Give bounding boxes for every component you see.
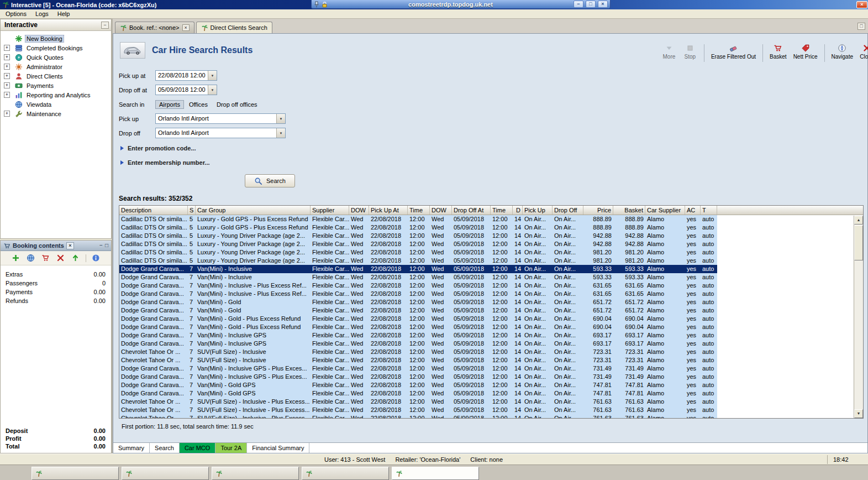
info-button[interactable] xyxy=(91,253,101,263)
column-header-t-17[interactable]: T xyxy=(701,206,717,215)
chevron-down-icon[interactable]: ▼ xyxy=(276,114,285,123)
tab-close-icon[interactable]: × xyxy=(182,24,190,31)
scrollbar-thumb[interactable] xyxy=(854,225,863,260)
nett-price-button[interactable]: Nett Price xyxy=(791,43,820,60)
expand-plus-icon[interactable]: + xyxy=(4,64,10,70)
expand-plus-icon[interactable]: + xyxy=(4,82,10,88)
column-header-time-9[interactable]: Time xyxy=(491,206,513,215)
column-header-basket-14[interactable]: Basket xyxy=(613,206,645,215)
column-header-ac-16[interactable]: AC xyxy=(685,206,701,215)
add-button[interactable] xyxy=(11,253,21,263)
result-row[interactable]: Cadillac DTS Or simila...5Luxury - Young… xyxy=(119,240,717,248)
bottom-tab-financial-summary[interactable]: Financial Summary xyxy=(247,443,309,453)
result-row[interactable]: Chevrolet Tahoe Or ...7SUV(Full Size) - … xyxy=(119,398,717,406)
column-header-time-6[interactable]: Time xyxy=(408,206,430,215)
expand-plus-icon[interactable]: + xyxy=(4,73,10,79)
column-header-description-0[interactable]: Description xyxy=(119,206,188,215)
sidebar-item-reporting-and-analytics[interactable]: +Reporting and Analytics xyxy=(1,90,111,100)
search-in-airports[interactable]: Airports xyxy=(155,100,184,109)
sidebar-item-completed-bookings[interactable]: +Completed Bookings xyxy=(1,43,111,53)
menu-logs[interactable]: Logs xyxy=(31,10,53,18)
result-row[interactable]: Cadillac DTS Or simila...5Luxury - Gold … xyxy=(119,215,717,223)
expand-plus-icon[interactable]: + xyxy=(4,45,10,51)
chevron-down-icon[interactable]: ▼ xyxy=(276,128,285,138)
result-row[interactable]: Cadillac DTS Or simila...5Luxury - Young… xyxy=(119,248,717,257)
result-row[interactable]: Cadillac DTS Or simila...5Luxury - Gold … xyxy=(119,223,717,232)
menu-help[interactable]: Help xyxy=(53,10,75,18)
search-in-offices[interactable]: Offices xyxy=(185,100,212,109)
sidebar-item-direct-clients[interactable]: +Direct Clients xyxy=(1,71,111,81)
sidebar-item-viewdata[interactable]: Viewdata xyxy=(1,100,111,109)
scroll-down-arrow[interactable]: ▼ xyxy=(854,409,863,418)
result-row[interactable]: Dodge Grand Carava...7Van(Mini) - Inclus… xyxy=(119,273,717,281)
sidebar-item-payments[interactable]: +Payments xyxy=(1,81,111,90)
navigate-button[interactable]: Navigate xyxy=(829,43,855,60)
column-header-drop-off-at-8[interactable]: Drop Off At xyxy=(452,206,491,215)
column-header-car-group-2[interactable]: Car Group xyxy=(196,206,311,215)
panel-pin-button[interactable]: − xyxy=(101,22,109,29)
tab-direct-clients-search[interactable]: Direct Clients Search xyxy=(196,22,272,33)
taskbar-button[interactable] xyxy=(212,467,299,480)
taskbar-button[interactable] xyxy=(122,467,209,480)
tabstrip-corner-button[interactable]: □ xyxy=(858,23,865,30)
result-row[interactable]: Dodge Grand Carava...7Van(Mini) - Gold G… xyxy=(119,389,717,398)
column-header-s-1[interactable]: S xyxy=(188,206,196,215)
sidebar-item-maintenance[interactable]: +Maintenance xyxy=(1,109,111,118)
delete-button[interactable] xyxy=(56,253,66,263)
result-row[interactable]: Dodge Grand Carava...7Van(Mini) - Inclus… xyxy=(119,265,717,273)
upload-button[interactable] xyxy=(71,253,81,263)
sidebar-item-quick-quotes[interactable]: +Quick Quotes xyxy=(1,53,111,62)
expand-plus-icon[interactable]: + xyxy=(4,54,10,60)
result-row[interactable]: Dodge Grand Carava...7Van(Mini) - Inclus… xyxy=(119,373,717,381)
result-row[interactable]: Chevrolet Tahoe Or ...7SUV(Full Size) - … xyxy=(119,414,717,418)
result-row[interactable]: Chevrolet Tahoe Or ...7SUV(Full Size) - … xyxy=(119,356,717,364)
bottom-tab-search[interactable]: Search xyxy=(150,443,180,453)
result-row[interactable]: Dodge Grand Carava...7Van(Mini) - Inclus… xyxy=(119,340,717,348)
rdp-minimize-button[interactable]: − xyxy=(574,1,583,8)
result-row[interactable]: Dodge Grand Carava...7Van(Mini) - Inclus… xyxy=(119,281,717,290)
column-header-price-13[interactable]: Price xyxy=(583,206,613,215)
promotion-code-expander[interactable]: Enter promotion code... xyxy=(120,144,867,153)
rdp-close-button[interactable]: × xyxy=(598,1,608,8)
column-header-pick-up-11[interactable]: Pick Up xyxy=(523,206,553,215)
column-header-drop-off-12[interactable]: Drop Off xyxy=(553,206,583,215)
bottom-tab-tour-2a[interactable]: Tour 2A xyxy=(215,443,247,453)
window-close-button[interactable]: × xyxy=(856,1,867,8)
result-row[interactable]: Dodge Grand Carava...7Van(Mini) - Gold -… xyxy=(119,315,717,323)
basket-cart-button[interactable] xyxy=(41,253,51,263)
sidebar-item-administrator[interactable]: +Administrator xyxy=(1,62,111,71)
dropoff-location-select[interactable]: Orlando Intl Airport ▼ xyxy=(155,128,286,138)
result-row[interactable]: Dodge Grand Carava...7Van(Mini) - Gold G… xyxy=(119,381,717,389)
taskbar-button[interactable] xyxy=(392,467,479,480)
close-button[interactable]: Close xyxy=(858,43,868,60)
expand-plus-icon[interactable]: + xyxy=(4,111,10,117)
column-header-pick-up-at-5[interactable]: Pick Up At xyxy=(369,206,408,215)
membership-number-expander[interactable]: Enter membership number... xyxy=(120,158,867,167)
erase-filtered-out-button[interactable]: Erase Filtered Out xyxy=(709,43,758,60)
pickup-location-select[interactable]: Orlando Intl Airport ▼ xyxy=(155,113,286,124)
expand-plus-icon[interactable]: + xyxy=(4,92,10,98)
result-row[interactable]: Dodge Grand Carava...7Van(Mini) - GoldFl… xyxy=(119,298,717,306)
column-header-dow-4[interactable]: DOW xyxy=(349,206,369,215)
column-header-car-supplier-15[interactable]: Car Supplier xyxy=(645,206,685,215)
result-row[interactable]: Chevrolet Tahoe Or ...7SUV(Full Size) - … xyxy=(119,348,717,356)
result-row[interactable]: Dodge Grand Carava...7Van(Mini) - Gold -… xyxy=(119,323,717,331)
chevron-down-icon[interactable]: ▼ xyxy=(208,85,217,95)
globe-button[interactable] xyxy=(26,253,36,263)
result-row[interactable]: Chevrolet Tahoe Or ...7SUV(Full Size) - … xyxy=(119,406,717,414)
pin-icon[interactable] xyxy=(314,1,319,8)
basket-button[interactable]: Basket xyxy=(767,43,789,60)
result-row[interactable]: Cadillac DTS Or simila...5Luxury - Young… xyxy=(119,257,717,265)
dropoff-at-select[interactable]: 05/09/2018 12:00 ▼ xyxy=(155,85,217,95)
panel-float-icon[interactable]: □ xyxy=(105,243,108,248)
chevron-down-icon[interactable]: ▼ xyxy=(208,71,217,80)
column-header-d-10[interactable]: D xyxy=(513,206,523,215)
tab-book-ref-none[interactable]: Book. ref.: <none>× xyxy=(115,22,194,33)
search-in-drop-off-offices[interactable]: Drop off offices xyxy=(213,100,261,109)
vertical-scrollbar[interactable]: ▲ ▼ xyxy=(854,216,863,418)
panel-minimize-icon[interactable]: − xyxy=(99,243,103,248)
result-row[interactable]: Dodge Grand Carava...7Van(Mini) - GoldFl… xyxy=(119,306,717,315)
booking-contents-close-button[interactable]: × xyxy=(66,242,74,249)
pickup-at-select[interactable]: 22/08/2018 12:00 ▼ xyxy=(155,70,217,81)
search-button[interactable]: Search xyxy=(245,174,295,187)
